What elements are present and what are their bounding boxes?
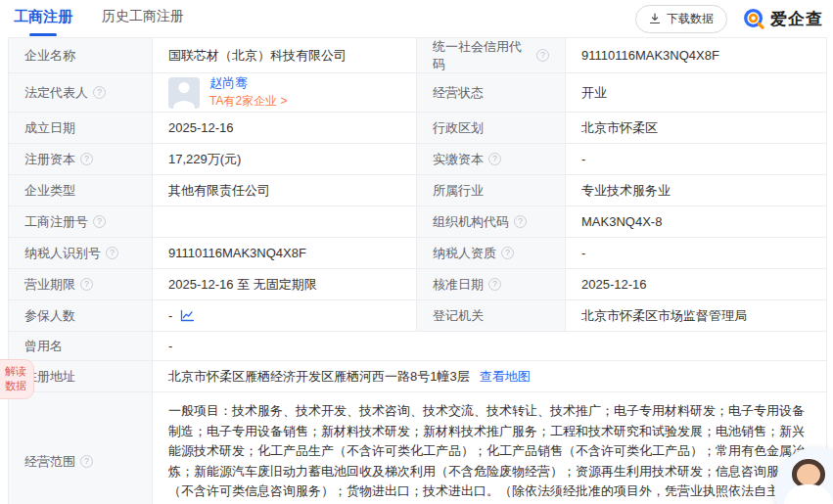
label-text: 经营状态 — [433, 84, 484, 102]
field-label-credit-code: 统一社会信用代码? — [417, 38, 566, 73]
field-value-insured-count: - — [153, 300, 417, 332]
field-label-legal-representative: 法定代表人? — [9, 73, 153, 113]
field-value-operating-status: 开业 — [566, 73, 827, 113]
trend-chart-icon[interactable] — [180, 309, 195, 322]
view-map-link[interactable]: 查看地图 — [480, 368, 531, 386]
label-text: 纳税人资质 — [433, 245, 496, 262]
legal-representative-avatar[interactable] — [168, 77, 200, 109]
value-text: 2025-12-16 — [168, 120, 234, 135]
field-label-business-scope: 经营范围? — [9, 392, 153, 504]
help-icon[interactable]: ? — [80, 455, 93, 468]
help-icon[interactable]: ? — [93, 86, 106, 99]
label-text: 纳税人识别号 — [24, 245, 101, 262]
legal-representative-name-link[interactable]: 赵尚骞 — [209, 74, 287, 93]
field-label-approval-date: 核准日期? — [417, 269, 566, 300]
help-icon[interactable]: ? — [106, 247, 118, 259]
label-text: 实缴资本 — [433, 151, 484, 168]
brand-logo[interactable]: 爱企查 — [743, 8, 823, 30]
top-bar: 工商注册 历史工商注册 下载数据 爱企查 — [0, 0, 833, 37]
label-text: 营业期限 — [24, 276, 75, 294]
help-icon[interactable]: ? — [514, 215, 527, 228]
legal-representative-companies-link[interactable]: TA有2家企业 > — [209, 93, 287, 110]
help-icon[interactable]: ? — [488, 153, 501, 165]
field-value-registered-address: 北京市怀柔区雁栖经济开发区雁栖河西一路8号1幢3层 查看地图 — [153, 361, 827, 392]
field-value-company-name: 国联芯材（北京）科技有限公司 — [153, 38, 417, 73]
legal-representative-info: 赵尚骞 TA有2家企业 > — [209, 74, 287, 110]
value-text: 北京市怀柔区雁栖经济开发区雁栖河西一路8号1幢3层 — [168, 368, 470, 386]
tab-business-registration[interactable]: 工商注册 — [14, 4, 72, 34]
value-text: 专业技术服务业 — [581, 182, 671, 200]
data-insight-badge[interactable]: 解读 数据 — [0, 359, 34, 399]
label-text: 曾用名 — [24, 338, 63, 355]
label-text: 统一社会信用代码 — [433, 38, 532, 73]
field-label-registered-capital: 注册资本? — [9, 144, 153, 175]
business-registration-table: 企业名称 国联芯材（北京）科技有限公司 统一社会信用代码? 91110116MA… — [8, 37, 827, 504]
brand-name: 爱企查 — [770, 8, 823, 30]
field-value-taxpayer-qualification: - — [566, 238, 827, 269]
value-text: 其他有限责任公司 — [168, 182, 270, 200]
field-label-operating-status: 经营状态 — [417, 73, 566, 113]
help-icon[interactable]: ? — [501, 247, 514, 259]
help-icon[interactable]: ? — [536, 49, 549, 62]
value-text: - — [168, 339, 172, 353]
label-text: 经营范围 — [24, 453, 75, 471]
value-text: 91110116MAK3NQ4X8F — [581, 48, 719, 63]
value-text: 17,229万(元) — [168, 151, 241, 168]
field-label-registration-authority: 登记机关 — [417, 300, 566, 332]
field-label-taxpayer-qualification: 纳税人资质? — [417, 238, 566, 269]
tab-historical-registration[interactable]: 历史工商注册 — [102, 4, 184, 33]
field-value-former-name: - — [153, 332, 827, 361]
field-label-org-code: 组织机构代码? — [417, 206, 566, 238]
insight-badge-line1: 解读 — [5, 364, 26, 379]
field-value-taxpayer-id: 91110116MAK3NQ4X8F — [153, 238, 417, 269]
help-icon[interactable]: ? — [488, 278, 501, 291]
value-text: 2025-12-16 — [581, 277, 647, 292]
label-text: 注册资本 — [24, 151, 75, 168]
field-value-approval-date: 2025-12-16 — [566, 269, 827, 300]
insight-badge-line2: 数据 — [5, 379, 26, 393]
download-icon — [649, 13, 661, 24]
label-text: 工商注册号 — [24, 213, 88, 231]
field-label-former-name: 曾用名 — [9, 332, 153, 361]
download-button-label: 下载数据 — [667, 11, 714, 27]
field-value-credit-code: 91110116MAK3NQ4X8F — [566, 38, 827, 73]
field-label-insured-count: 参保人数 — [9, 300, 153, 332]
field-value-legal-representative: 赵尚骞 TA有2家企业 > — [153, 73, 417, 113]
field-value-business-scope: 一般项目：技术服务、技术开发、技术咨询、技术交流、技术转让、技术推广；电子专用材… — [153, 392, 827, 504]
label-text: 成立日期 — [24, 119, 75, 137]
value-text: 一般项目：技术服务、技术开发、技术咨询、技术交流、技术转让、技术推广；电子专用材… — [168, 401, 810, 504]
tab-bar: 工商注册 历史工商注册 — [14, 4, 184, 34]
field-label-industry: 所属行业 — [417, 175, 566, 206]
customer-service-face — [797, 464, 820, 485]
field-label-admin-division: 行政区划 — [417, 113, 566, 144]
field-value-registration-authority: 北京市怀柔区市场监督管理局 — [566, 300, 827, 332]
value-text: 开业 — [581, 84, 607, 102]
value-text: 北京市怀柔区市场监督管理局 — [581, 307, 747, 325]
value-text: - — [168, 308, 172, 323]
help-icon[interactable]: ? — [80, 153, 93, 165]
label-text: 法定代表人 — [24, 84, 88, 102]
label-text: 组织机构代码 — [433, 213, 509, 231]
label-text: 登记机关 — [433, 307, 484, 325]
value-text: 国联芯材（北京）科技有限公司 — [168, 47, 347, 65]
field-value-establish-date: 2025-12-16 — [153, 113, 417, 144]
value-text: 2025-12-16 至 无固定期限 — [168, 276, 317, 294]
label-text: 核准日期 — [433, 276, 484, 294]
field-value-company-type: 其他有限责任公司 — [153, 175, 417, 206]
value-text: MAK3NQ4X-8 — [581, 214, 662, 229]
field-value-registered-capital: 17,229万(元) — [153, 144, 417, 175]
help-icon[interactable]: ? — [80, 278, 93, 291]
field-value-org-code: MAK3NQ4X-8 — [566, 206, 827, 238]
field-value-industry: 专业技术服务业 — [566, 175, 827, 206]
field-value-business-term: 2025-12-16 至 无固定期限 — [153, 269, 417, 300]
value-text: - — [581, 152, 585, 166]
label-text: 参保人数 — [24, 307, 75, 325]
download-data-button[interactable]: 下载数据 — [635, 5, 727, 33]
aiqicha-logo-icon — [743, 8, 765, 30]
help-icon[interactable]: ? — [93, 215, 106, 228]
label-text: 所属行业 — [433, 182, 484, 200]
customer-service-body — [784, 484, 833, 504]
label-text: 企业名称 — [24, 47, 75, 65]
label-text: 企业类型 — [24, 182, 75, 200]
field-label-business-term: 营业期限? — [9, 269, 153, 300]
